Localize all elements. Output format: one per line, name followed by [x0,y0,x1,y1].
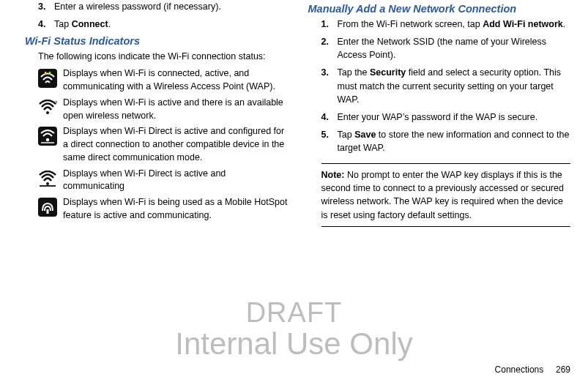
left-column: 3. Enter a wireless password (if necessa… [25,0,288,227]
watermark-line1: DRAFT [0,299,588,328]
footer-section: Connections [495,365,544,375]
svg-point-1 [46,111,49,114]
step-number: 3. [321,66,338,105]
step-3: 3. Enter a wireless password (if necessa… [25,0,288,13]
step-5: 5. Tap Save to store the new information… [308,128,571,154]
step-text: Enter the Network SSID (the name of your… [338,35,571,61]
svg-rect-0 [38,69,57,88]
step-text: Tap Save to store the new information an… [338,128,571,154]
step-text: Enter your WAP’s password if the WAP is … [338,111,571,124]
step-prefix: From the Wi-Fi network screen, tap [338,19,483,29]
step-text: From the Wi-Fi network screen, tap Add W… [338,18,571,31]
step-number: 3. [38,0,54,13]
footer-page: 269 [556,365,570,375]
indicator-text: Displays when Wi-Fi Direct is active and… [63,125,288,164]
step-suffix: . [108,19,111,29]
step-number: 2. [321,35,338,61]
heading-manual-add: Manually Add a New Network Connection [308,3,571,15]
indicator-row: Displays when Wi-Fi Direct is active and… [25,168,288,194]
indicator-text: Displays when Wi-Fi is active and there … [63,97,288,123]
svg-text:?: ? [54,100,57,106]
wifi-connected-icon [38,69,57,88]
note-body: No prompt to enter the WAP key displays … [321,170,564,220]
step-number: 4. [321,111,338,124]
indicator-row: Displays when Wi-Fi is connected, active… [25,67,288,94]
svg-point-5 [46,182,49,185]
watermark-line2: Internal Use Only [0,328,588,360]
indicator-text: Displays when Wi-Fi is being used as a M… [63,196,288,223]
svg-point-4 [46,138,49,141]
indicator-text: Displays when Wi-Fi Direct is active and… [63,168,288,194]
step-4: 4. Tap Connect. [25,18,288,31]
footer: Connections 269 [495,365,570,375]
step-bold: Add Wi-Fi network [483,19,563,29]
step-number: 5. [321,128,338,154]
note-label: Note: [321,170,345,180]
step-2: 2. Enter the Network SSID (the name of y… [308,35,571,61]
step-bold: Security [370,67,406,78]
step-bold: Connect [72,19,108,29]
step-number: 1. [321,18,338,31]
wifi-direct-communicating-icon [38,169,57,188]
step-1: 1. From the Wi-Fi network screen, tap Ad… [308,18,571,31]
wifi-open-network-icon: ? [38,98,57,117]
wifi-hotspot-icon [38,198,57,217]
step-number: 4. [38,18,54,31]
svg-rect-7 [47,209,49,214]
step-bold: Save [354,130,376,140]
step-3: 3. Tap the Security field and select a s… [308,66,571,105]
watermark: DRAFT Internal Use Only [0,299,588,360]
step-4: 4. Enter your WAP’s password if the WAP … [308,111,571,124]
right-column: Manually Add a New Network Connection 1.… [308,0,571,227]
heading-wifi-status: Wi-Fi Status Indicators [25,35,288,47]
step-text: Tap Connect. [54,18,288,31]
indicator-text: Displays when Wi-Fi is connected, active… [63,67,288,94]
step-suffix: . [563,19,565,29]
indicator-row: Displays when Wi-Fi Direct is active and… [25,125,288,164]
step-prefix: Tap the [338,67,370,78]
indicator-row: Displays when Wi-Fi is being used as a M… [25,196,288,223]
intro-text: The following icons indicate the Wi-Fi c… [25,50,288,63]
note-block: Note: No prompt to enter the WAP key dis… [321,163,571,227]
step-prefix: Tap [338,130,355,140]
step-text: Enter a wireless password (if necessary)… [54,0,288,13]
wifi-direct-configured-icon [38,127,57,146]
step-text: Tap the Security field and select a secu… [338,66,571,105]
indicator-row: ? Displays when Wi-Fi is active and ther… [25,97,288,123]
step-prefix: Tap [54,19,72,29]
